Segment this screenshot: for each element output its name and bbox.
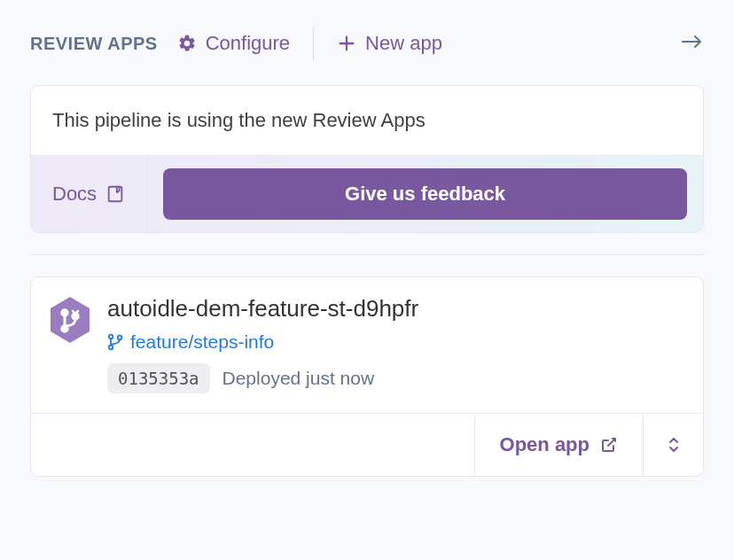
configure-button[interactable]: Configure [177,32,290,55]
branch-name: feature/steps-info [130,331,274,353]
section-title: REVIEW APPS [30,34,158,54]
scroll-right-button[interactable] [681,35,704,52]
deploy-status: Deployed just now [223,368,375,389]
app-card-footer: Open app [31,413,703,476]
new-app-label: New app [365,32,442,55]
toolbar-divider [313,27,314,60]
open-app-button[interactable]: Open app [474,414,643,476]
branch-link[interactable]: feature/steps-info [107,331,685,353]
app-card-body: autoidle-dem-feature-st-d9hpfr feature/s… [31,277,703,413]
toolbar: REVIEW APPS Configure New app [30,27,704,60]
docs-button[interactable]: Docs [31,156,147,232]
gear-icon [177,34,197,53]
notice-card: This pipeline is using the new Review Ap… [30,85,704,233]
feedback-button[interactable]: Give us feedback [163,168,687,220]
new-app-button[interactable]: New app [337,32,442,55]
docs-icon [105,184,125,204]
commit-row: 0135353a Deployed just now [107,363,685,393]
configure-label: Configure [206,32,290,55]
app-info: autoidle-dem-feature-st-d9hpfr feature/s… [107,295,685,393]
notice-actions: Docs Give us feedback [31,155,703,232]
feedback-wrap: Give us feedback [147,156,703,232]
notice-message: This pipeline is using the new Review Ap… [31,86,703,155]
docs-label: Docs [52,183,97,206]
chevron-up-down-icon [667,435,681,455]
git-branch-icon [107,333,123,351]
external-link-icon [600,436,618,454]
arrow-right-icon [681,35,704,49]
section-divider [30,254,704,255]
commit-badge[interactable]: 0135353a [107,363,210,393]
app-menu-button[interactable] [643,414,703,476]
footer-spacer [31,414,474,476]
plus-icon [337,34,356,53]
app-card: autoidle-dem-feature-st-d9hpfr feature/s… [30,276,704,477]
open-app-label: Open app [500,433,590,456]
app-hexagon-icon [49,297,91,343]
app-name: autoidle-dem-feature-st-d9hpfr [107,295,685,323]
